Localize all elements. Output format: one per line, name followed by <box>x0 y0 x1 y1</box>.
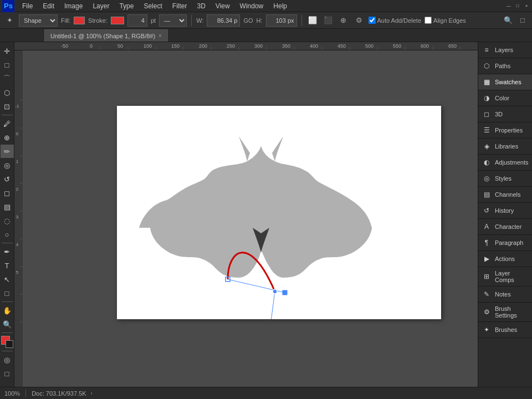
eyedropper-tool[interactable]: 🖉 <box>1 117 14 130</box>
menu-filter[interactable]: Filter <box>168 1 192 11</box>
status-arrow[interactable]: › <box>91 390 93 396</box>
panel-styles[interactable]: ◎ Styles <box>478 171 532 187</box>
quick-select-tool[interactable]: ⬡ <box>1 86 14 99</box>
svg-text:400: 400 <box>310 43 318 49</box>
panel-history[interactable]: ↺ History <box>478 203 532 219</box>
close-button[interactable]: × <box>523 3 530 9</box>
eraser-tool[interactable]: ◻ <box>1 186 14 200</box>
background-color[interactable] <box>6 340 13 348</box>
panel-character[interactable]: A Character <box>478 219 532 235</box>
screen-mode-tool[interactable]: □ <box>1 367 14 380</box>
minimize-button[interactable]: — <box>505 3 512 9</box>
main-area: ✛ □ ⌒ ⬡ ⊡ 🖉 ⊕ ✏ ◎ ↺ ◻ ▤ ◌ ○ ✒ T ↖ □ ✋ 🔍 … <box>0 42 532 387</box>
menu-layer[interactable]: Layer <box>88 1 114 11</box>
workspace-icon[interactable]: □ <box>516 14 529 27</box>
marquee-tool[interactable]: □ <box>1 58 14 71</box>
shape-type-select[interactable]: Shape Path Pixels <box>19 14 58 27</box>
tools-panel: ✛ □ ⌒ ⬡ ⊡ 🖉 ⊕ ✏ ◎ ↺ ◻ ▤ ◌ ○ ✒ T ↖ □ ✋ 🔍 … <box>0 42 14 387</box>
svg-point-52 <box>273 289 277 294</box>
panel-paragraph[interactable]: ¶ Paragraph <box>478 235 532 251</box>
panel-layers-label: Layers <box>495 47 513 53</box>
svg-text:0: 0 <box>90 43 93 49</box>
3d-icon: ◻ <box>482 109 492 119</box>
menu-help[interactable]: Help <box>269 1 291 11</box>
dodge-tool[interactable]: ○ <box>1 228 14 241</box>
brush-tool[interactable]: ✏ <box>1 145 14 158</box>
layers-icon: ≡ <box>482 45 492 55</box>
separator-1 <box>191 15 192 26</box>
libraries-icon: ◈ <box>482 141 492 151</box>
panel-brush-settings[interactable]: ⚙ Brush Settings <box>478 303 532 322</box>
color-swatches[interactable] <box>1 336 13 348</box>
menu-image[interactable]: Image <box>60 1 87 11</box>
panel-3d[interactable]: ◻ 3D <box>478 106 532 122</box>
menu-file[interactable]: File <box>18 1 37 11</box>
menu-window[interactable]: Window <box>236 1 268 11</box>
gradient-tool[interactable]: ▤ <box>1 200 14 213</box>
panel-swatches[interactable]: ▦ Swatches <box>478 74 532 90</box>
separator-2 <box>301 15 302 26</box>
panel-layers[interactable]: ≡ Layers <box>478 42 532 58</box>
stroke-style-select[interactable]: — <box>159 14 187 27</box>
menu-select[interactable]: Select <box>139 1 166 11</box>
menu-edit[interactable]: Edit <box>38 1 59 11</box>
search-icon[interactable]: 🔍 <box>502 14 514 27</box>
menu-3d[interactable]: 3D <box>192 1 209 11</box>
panel-libraries[interactable]: ◈ Libraries <box>478 139 532 155</box>
zoom-tool[interactable]: 🔍 <box>1 318 14 331</box>
panel-layer-comps-label: Layer Comps <box>495 270 529 283</box>
tab-close-button[interactable]: × <box>158 33 162 39</box>
pen-tool[interactable]: ✒ <box>1 245 14 258</box>
auto-add-delete-checkbox[interactable] <box>369 17 376 24</box>
panel-adjustments[interactable]: ◐ Adjustments <box>478 155 532 171</box>
tool-separator-3 <box>2 301 13 302</box>
hand-tool[interactable]: ✋ <box>1 304 14 317</box>
svg-text:200: 200 <box>199 43 207 49</box>
clone-tool[interactable]: ◎ <box>1 158 14 172</box>
photoshop-canvas[interactable] <box>117 106 441 319</box>
panel-properties[interactable]: ☰ Properties <box>478 122 532 139</box>
maximize-button[interactable]: □ <box>514 3 521 9</box>
blur-tool[interactable]: ◌ <box>1 214 14 227</box>
align-edges-checkbox[interactable] <box>424 17 432 24</box>
h-label: H: <box>257 17 263 24</box>
panel-notes[interactable]: ✎ Notes <box>478 287 532 303</box>
path-settings-icon[interactable]: ⚙ <box>353 14 365 27</box>
type-tool[interactable]: T <box>1 259 14 272</box>
menu-view[interactable]: View <box>211 1 234 11</box>
align-center-icon[interactable]: ⬛ <box>322 14 334 27</box>
document-tab[interactable]: Untitled-1 @ 100% (Shape 1, RGB/8#) × <box>44 29 168 42</box>
path-ops-icon[interactable]: ⊕ <box>337 14 350 27</box>
menu-type[interactable]: Type <box>115 1 138 11</box>
layer-comps-icon: ⊞ <box>482 272 492 282</box>
panel-paths[interactable]: ⬡ Paths <box>478 58 532 74</box>
align-left-icon[interactable]: ⬜ <box>306 14 319 27</box>
panel-channels[interactable]: ▤ Channels <box>478 187 532 203</box>
actions-icon: ▶ <box>482 254 492 264</box>
quick-mask-tool[interactable]: ◎ <box>1 353 14 366</box>
heal-tool[interactable]: ⊕ <box>1 131 14 144</box>
panel-brushes[interactable]: ✦ Brushes <box>478 322 532 338</box>
canvas-container: -50 0 50 100 150 200 250 300 350 400 450… <box>14 42 478 387</box>
width-input[interactable] <box>207 14 240 27</box>
svg-text:5: 5 <box>16 270 19 275</box>
panel-actions[interactable]: ▶ Actions <box>478 251 532 267</box>
shape-tool[interactable]: □ <box>1 287 14 300</box>
panel-layer-comps[interactable]: ⊞ Layer Comps <box>478 267 532 287</box>
align-edges-label: Align Edges <box>433 17 466 24</box>
path-selection-tool[interactable]: ↖ <box>1 273 14 286</box>
move-tool[interactable]: ✛ <box>1 44 14 58</box>
channels-icon: ▤ <box>482 190 492 200</box>
stroke-width-input[interactable] <box>127 14 147 27</box>
tool-select-icon[interactable]: ✦ <box>3 14 16 27</box>
lasso-tool[interactable]: ⌒ <box>1 72 14 85</box>
svg-text:450: 450 <box>337 43 346 49</box>
stroke-swatch[interactable] <box>111 17 124 24</box>
crop-tool[interactable]: ⊡ <box>1 100 14 113</box>
tab-title: Untitled-1 @ 100% (Shape 1, RGB/8#) <box>50 33 155 39</box>
height-input[interactable] <box>266 14 297 27</box>
fill-swatch[interactable] <box>74 17 85 24</box>
fill-swatch-container[interactable] <box>74 17 85 24</box>
history-brush-tool[interactable]: ↺ <box>1 172 14 186</box>
panel-color[interactable]: ◑ Color <box>478 90 532 106</box>
